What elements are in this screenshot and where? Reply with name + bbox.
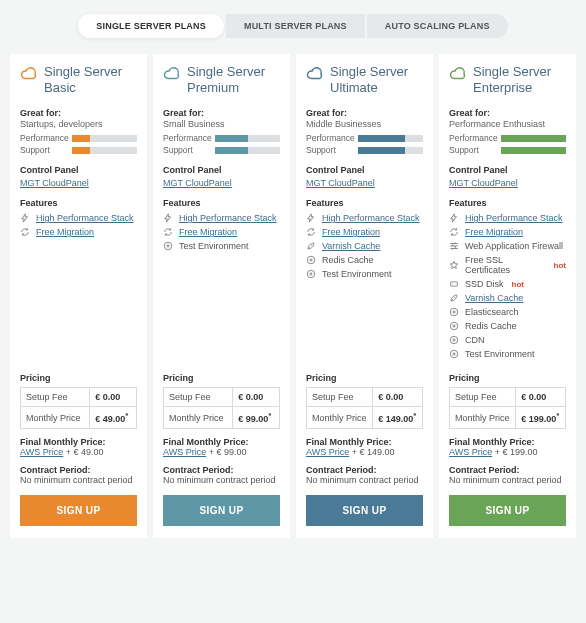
monthly-price-label: Monthly Price [164,407,233,429]
svg-point-4 [452,284,453,285]
monthly-price-value: € 49.00* [90,407,137,429]
feature-item: Redis Cache [306,255,423,265]
cycle-icon [20,227,30,237]
feature-link[interactable]: High Performance Stack [36,213,134,223]
signup-button[interactable]: SIGN UP [449,495,566,526]
signup-button[interactable]: SIGN UP [306,495,423,526]
great-for-label: Great for: [163,108,280,118]
plus-icon [306,269,316,279]
control-panel-label: Control Panel [449,165,566,175]
feature-text: CDN [465,335,485,345]
hot-badge: hot [554,261,566,270]
feature-item: Elasticsearch [449,307,566,317]
pricing-table: Setup Fee€ 0.00 Monthly Price€ 199.00* [449,387,566,429]
feature-text: Redis Cache [322,255,374,265]
monthly-price-value: € 99.00* [233,407,280,429]
feature-item: Test Environment [449,349,566,359]
audience: Small Business [163,119,280,129]
plus-icon [449,335,459,345]
pricing-label: Pricing [163,373,280,383]
feature-item: SSD Diskhot [449,279,566,289]
pricing-table: Setup Fee€ 0.00 Monthly Price€ 149.00* [306,387,423,429]
contract-value: No minimum contract period [163,475,276,485]
feature-link[interactable]: Free Migration [36,227,94,237]
feature-text: Redis Cache [465,321,517,331]
control-panel-link[interactable]: MGT CloudPanel [163,178,232,188]
feature-item: Varnish Cache [449,293,566,303]
control-panel-label: Control Panel [306,165,423,175]
perf-bar [358,135,423,142]
contract-label: Contract Period: [20,465,91,475]
setup-fee-value: € 0.00 [516,388,566,407]
contract-value: No minimum contract period [20,475,133,485]
monthly-price-label: Monthly Price [307,407,373,429]
aws-price-link[interactable]: AWS Price [306,447,349,457]
final-price-value: 149.00 [367,447,395,457]
setup-fee-label: Setup Fee [164,388,233,407]
plus-icon [449,321,459,331]
aws-price-link[interactable]: AWS Price [163,447,206,457]
rocket-icon [449,293,459,303]
feature-link[interactable]: High Performance Stack [465,213,563,223]
cycle-icon [306,227,316,237]
cloud-icon [163,64,181,85]
contract-label: Contract Period: [449,465,520,475]
plus-icon [449,307,459,317]
pricing-table: Setup Fee€ 0.00 Monthly Price€ 99.00* [163,387,280,429]
plan-tabs: SINGLE SERVER PLANS MULTI SERVER PLANS A… [0,0,586,54]
contract-label: Contract Period: [163,465,234,475]
monthly-price-label: Monthly Price [21,407,90,429]
control-panel-link[interactable]: MGT CloudPanel [20,178,89,188]
tab-single-server[interactable]: SINGLE SERVER PLANS [78,14,224,38]
feature-text: Elasticsearch [465,307,519,317]
control-panel-link[interactable]: MGT CloudPanel [449,178,518,188]
feature-link[interactable]: High Performance Stack [179,213,277,223]
control-panel-link[interactable]: MGT CloudPanel [306,178,375,188]
feature-text: Test Environment [322,269,392,279]
support-bar [358,147,423,154]
feature-link[interactable]: Varnish Cache [322,241,380,251]
cycle-icon [163,227,173,237]
plan-name: Single Server Premium [187,64,280,97]
features-label: Features [163,198,280,208]
bolt-icon [163,213,173,223]
signup-button[interactable]: SIGN UP [163,495,280,526]
great-for-label: Great for: [449,108,566,118]
signup-button[interactable]: SIGN UP [20,495,137,526]
setup-fee-label: Setup Fee [21,388,90,407]
feature-link[interactable]: Varnish Cache [465,293,523,303]
hot-badge: hot [512,280,524,289]
perf-label: Performance [163,133,211,143]
feature-link[interactable]: High Performance Stack [322,213,420,223]
plan-name: Single Server Basic [44,64,137,97]
audience: Performance Enthusiast [449,119,566,129]
bolt-icon [20,213,30,223]
features-label: Features [20,198,137,208]
feature-item: Free Migration [449,227,566,237]
final-price-label: Final Monthly Price: [306,437,392,447]
feature-link[interactable]: Free Migration [322,227,380,237]
tab-multi-server[interactable]: MULTI SERVER PLANS [226,14,365,38]
final-price-label: Final Monthly Price: [163,437,249,447]
feature-item: Free SSL Certificateshot [449,255,566,275]
cycle-icon [449,227,459,237]
cloud-icon [306,64,324,85]
feature-link[interactable]: Free Migration [465,227,523,237]
monthly-price-label: Monthly Price [450,407,516,429]
feature-item: Redis Cache [449,321,566,331]
aws-price-link[interactable]: AWS Price [449,447,492,457]
plus-icon [449,349,459,359]
aws-price-link[interactable]: AWS Price [20,447,63,457]
rocket-icon [306,241,316,251]
great-for-label: Great for: [306,108,423,118]
feature-item: Free Migration [306,227,423,237]
feature-item: Test Environment [306,269,423,279]
feature-link[interactable]: Free Migration [179,227,237,237]
setup-fee-label: Setup Fee [450,388,516,407]
final-price-value: 49.00 [81,447,104,457]
feature-item: Varnish Cache [306,241,423,251]
final-price-label: Final Monthly Price: [449,437,535,447]
control-panel-label: Control Panel [20,165,137,175]
tab-auto-scaling[interactable]: AUTO SCALING PLANS [367,14,508,38]
feature-text: Free SSL Certificates [465,255,546,275]
